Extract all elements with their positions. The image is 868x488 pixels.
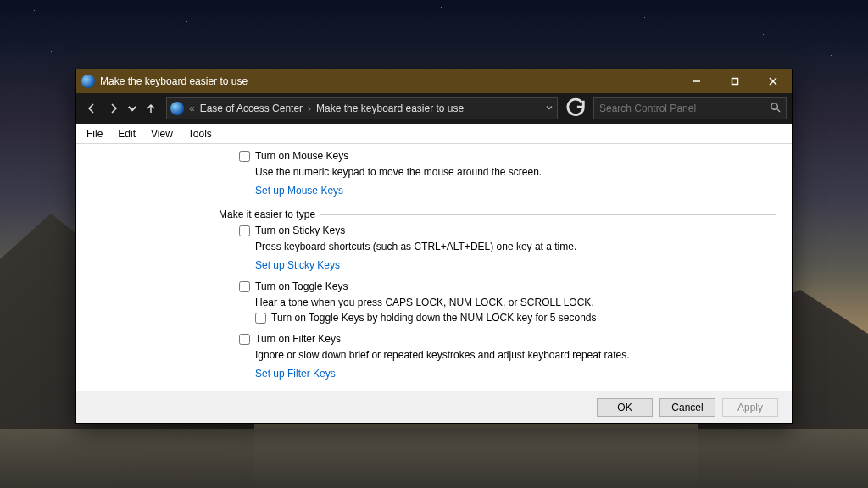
maximize-button[interactable]: [715, 69, 754, 93]
toggle-keys-numlock-shortcut-checkbox[interactable]: [255, 313, 266, 324]
minimize-icon: [693, 77, 701, 86]
arrow-right-icon: [108, 103, 120, 114]
sticky-keys-description: Press keyboard shortcuts (such as CTRL+A…: [255, 241, 776, 252]
chevron-right-icon: ›: [308, 103, 311, 114]
nav-forward-button[interactable]: [103, 98, 124, 119]
svg-point-1: [771, 103, 777, 109]
menu-tools[interactable]: Tools: [181, 126, 219, 141]
close-button[interactable]: [754, 69, 792, 93]
footer-button-bar: OK Cancel Apply: [76, 391, 792, 423]
filter-keys-setup-link[interactable]: Set up Filter Keys: [255, 368, 336, 380]
option-sticky-keys: Turn on Sticky Keys Press keyboard short…: [239, 224, 776, 271]
ease-of-access-icon: [81, 75, 95, 88]
toggle-keys-numlock-shortcut-label: Turn on Toggle Keys by holding down the …: [271, 312, 597, 324]
minimize-button[interactable]: [677, 69, 715, 93]
refresh-button[interactable]: [565, 97, 587, 119]
breadcrumb-keyboard[interactable]: Make the keyboard easier to use: [316, 103, 464, 114]
mouse-keys-setup-link[interactable]: Set up Mouse Keys: [255, 185, 343, 197]
mouse-keys-checkbox[interactable]: [239, 151, 250, 162]
menu-file[interactable]: File: [80, 126, 109, 141]
control-panel-window: Make the keyboard easier to use: [75, 69, 793, 424]
menu-edit[interactable]: Edit: [111, 126, 142, 141]
ease-of-access-icon: [170, 102, 184, 115]
section-make-easier-to-type: Make it easier to type: [219, 208, 776, 220]
menubar: File Edit View Tools: [76, 124, 792, 144]
filter-keys-checkbox[interactable]: [239, 334, 250, 345]
address-bar[interactable]: « Ease of Access Center › Make the keybo…: [166, 97, 558, 119]
window-title: Make the keyboard easier to use: [100, 75, 248, 87]
toggle-keys-checkbox[interactable]: [239, 281, 250, 292]
scroll-area[interactable]: Turn on Mouse Keys Use the numeric keypa…: [76, 144, 792, 391]
sticky-keys-label: Turn on Sticky Keys: [255, 225, 345, 236]
close-icon: [769, 77, 777, 86]
filter-keys-label: Turn on Filter Keys: [255, 333, 341, 345]
arrow-left-icon: [86, 103, 97, 114]
search-box[interactable]: [593, 97, 787, 119]
toggle-keys-description: Hear a tone when you press CAPS LOCK, NU…: [255, 297, 776, 308]
refresh-icon: [565, 97, 587, 119]
navigation-bar: « Ease of Access Center › Make the keybo…: [76, 93, 792, 124]
search-input[interactable]: [599, 103, 770, 114]
option-filter-keys: Turn on Filter Keys Ignore or slow down …: [239, 332, 776, 380]
breadcrumb-root: «: [189, 103, 195, 114]
nav-back-button[interactable]: [81, 98, 102, 119]
content-area: Turn on Mouse Keys Use the numeric keypa…: [76, 144, 792, 391]
chevron-down-icon: [126, 103, 138, 114]
cancel-button[interactable]: Cancel: [659, 398, 715, 417]
nav-up-button[interactable]: [141, 98, 161, 119]
maximize-icon: [731, 77, 739, 86]
toggle-keys-label: Turn on Toggle Keys: [255, 280, 348, 292]
svg-rect-0: [732, 79, 737, 85]
menu-view[interactable]: View: [144, 126, 180, 141]
mouse-keys-label: Turn on Mouse Keys: [255, 150, 348, 162]
search-icon: [770, 102, 781, 115]
filter-keys-description: Ignore or slow down brief or repeated ke…: [255, 349, 776, 361]
sticky-keys-checkbox[interactable]: [239, 225, 250, 236]
mouse-keys-description: Use the numeric keypad to move the mouse…: [255, 166, 776, 178]
arrow-up-icon: [145, 103, 157, 114]
chevron-down-icon: [545, 103, 554, 112]
titlebar[interactable]: Make the keyboard easier to use: [76, 69, 792, 93]
sticky-keys-setup-link[interactable]: Set up Sticky Keys: [255, 259, 340, 271]
address-history-dropdown[interactable]: [545, 103, 554, 114]
nav-recent-dropdown[interactable]: [125, 98, 139, 119]
option-toggle-keys: Turn on Toggle Keys Hear a tone when you…: [239, 280, 776, 324]
breadcrumb-ease-of-access[interactable]: Ease of Access Center: [200, 103, 303, 114]
option-mouse-keys: Turn on Mouse Keys Use the numeric keypa…: [239, 149, 776, 197]
ok-button[interactable]: OK: [597, 398, 653, 417]
apply-button[interactable]: Apply: [722, 398, 778, 417]
